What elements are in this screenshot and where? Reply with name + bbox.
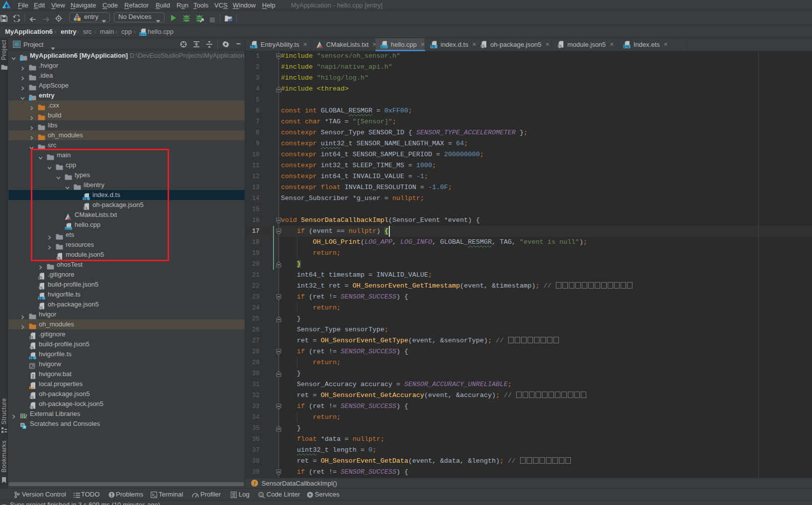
- svg-text:C++: C++: [381, 45, 387, 48]
- svg-text:ETS: ETS: [624, 45, 629, 48]
- svg-text:TS: TS: [431, 45, 435, 48]
- svg-text:TS: TS: [251, 45, 255, 48]
- svg-text:{}: {}: [557, 45, 562, 48]
- svg-text:{}: {}: [480, 45, 485, 48]
- svg-text:C++: C++: [140, 32, 146, 36]
- svg-text:Q: Q: [260, 493, 263, 497]
